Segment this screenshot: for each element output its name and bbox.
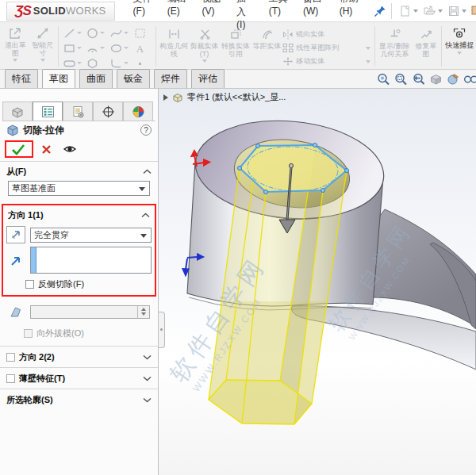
ribbon-separator <box>374 26 375 67</box>
clipped-toolbar-icon[interactable] <box>470 4 476 18</box>
section-direction1[interactable]: 方向 1(1) <box>6 207 152 223</box>
trim-entities-button[interactable]: 剪裁实体(T) <box>190 24 219 69</box>
configuration-manager-icon <box>71 105 86 119</box>
convert-entities-button[interactable]: 转换实体引用 <box>219 24 251 69</box>
section-thin-feature[interactable]: 薄壁特征(T) <box>0 370 158 387</box>
move-entities-dropdown[interactable] <box>366 60 370 63</box>
offset-entities-button[interactable]: 等距实体 <box>252 24 282 69</box>
tab-display-manager[interactable] <box>123 102 153 121</box>
panel-splitter-handle[interactable] <box>159 312 165 348</box>
view-tool-icon[interactable] <box>393 72 409 87</box>
tab-property-manager[interactable] <box>33 102 63 121</box>
exit-sketch-icon <box>8 26 22 40</box>
check-icon <box>11 144 25 155</box>
trim-entities-dropdown[interactable] <box>202 59 207 63</box>
display-delete-relations-button[interactable]: 显示/删除几何关系 <box>377 24 413 69</box>
menu-bar: ƷS SOLIDWORKS 文件(F)编辑(E)视图(V)插入(I)工具(T)窗… <box>0 0 476 22</box>
repair-sketch-button[interactable]: 修复草图 <box>413 24 440 69</box>
direction2-checkbox[interactable] <box>6 353 15 362</box>
direction-arrow-icon <box>6 255 25 266</box>
sketch-tool-button[interactable] <box>84 40 108 56</box>
sketch-tool-button[interactable] <box>107 25 131 40</box>
direction-reference-listbox[interactable] <box>30 247 152 274</box>
quick-snaps-button[interactable]: 快速捕捉 <box>443 24 476 69</box>
linear-pattern-dropdown[interactable] <box>366 47 370 50</box>
section-selected-contours[interactable]: 所选轮廓(S) <box>0 391 158 408</box>
annotation-box-ok-button <box>5 140 33 158</box>
exit-sketch-dropdown[interactable] <box>13 59 17 62</box>
open-document-button[interactable] <box>421 4 444 18</box>
expand-caret-icon[interactable] <box>163 94 168 101</box>
sketch-pattern-group: 镜向实体 线性草图阵列 移动实体 <box>282 24 372 69</box>
quick-snaps-icon <box>452 26 466 40</box>
flyout-feature-tree[interactable]: 零件1 (默认<<默认>_显... <box>163 91 286 103</box>
sketch-tool-button[interactable] <box>60 25 84 40</box>
sketch-tool-button[interactable] <box>84 25 108 40</box>
save-button[interactable] <box>446 4 468 18</box>
move-entities-icon <box>282 56 294 67</box>
tab-configuration-manager[interactable] <box>63 102 93 121</box>
menubar-separator <box>391 3 392 19</box>
sketch-tool-button[interactable] <box>107 40 131 56</box>
linear-pattern-icon <box>282 42 294 54</box>
view-tool-icon[interactable] <box>411 72 427 87</box>
sketch-tool-button[interactable] <box>131 25 155 40</box>
construction-geometry-icon <box>167 27 181 41</box>
construction-geometry-button[interactable]: 构造几何线 <box>158 24 189 69</box>
reverse-direction-icon <box>10 228 22 241</box>
view-tool-icon[interactable] <box>446 72 462 87</box>
thin-feature-checkbox[interactable] <box>6 374 15 383</box>
quick-snaps-dropdown[interactable] <box>457 52 462 55</box>
new-document-button[interactable] <box>397 4 420 18</box>
display-relations-icon <box>388 27 401 41</box>
flip-side-checkbox[interactable] <box>25 280 34 289</box>
ribbon-tab[interactable]: 钣金 <box>117 69 150 88</box>
smart-dimension-dropdown[interactable] <box>40 59 45 62</box>
from-condition-dropdown[interactable]: 草图基准面 <box>8 181 150 196</box>
section-from[interactable]: 从(F) <box>0 163 158 179</box>
ribbon-separator <box>441 26 442 67</box>
chevron-up-icon <box>143 167 152 176</box>
exit-sketch-button[interactable]: 退出草图 <box>2 24 29 69</box>
section-direction2[interactable]: 方向 2(2) <box>0 348 158 366</box>
show-preview-button[interactable] <box>63 144 77 155</box>
view-tool-icon[interactable] <box>376 72 392 87</box>
help-icon[interactable]: ? <box>140 124 152 136</box>
end-condition-dropdown[interactable]: 完全贯穿 <box>30 228 152 243</box>
view-tool-icon[interactable] <box>463 72 476 87</box>
ok-button[interactable] <box>11 144 25 155</box>
graphics-viewport[interactable]: 零件1 (默认<<默认>_显... <box>159 89 476 475</box>
tab-feature-tree[interactable] <box>2 102 33 121</box>
smart-dimension-button[interactable]: 智能尺寸 <box>29 24 57 69</box>
tab-dimxpert[interactable] <box>93 102 123 121</box>
sketch-tool-button[interactable] <box>60 40 84 56</box>
page-title: 切除-拉伸 <box>23 124 64 137</box>
mirror-entities-button[interactable]: 镜向实体 <box>282 28 372 41</box>
draft-outward-checkbox[interactable] <box>24 329 33 338</box>
ribbon-tab[interactable]: 特征 <box>5 69 38 88</box>
draft-angle-stepper[interactable] <box>30 305 150 319</box>
view-tool-icon[interactable] <box>428 72 444 87</box>
heads-up-view-toolbar <box>374 72 476 87</box>
ribbon-tab[interactable]: 焊件 <box>154 69 187 88</box>
draft-icon[interactable] <box>6 303 25 320</box>
cancel-button[interactable] <box>41 144 52 155</box>
linear-sketch-pattern-button[interactable]: 线性草图阵列 <box>282 41 372 55</box>
dimxpert-icon <box>101 105 116 119</box>
ribbon-separator <box>155 26 156 67</box>
reverse-direction-button[interactable] <box>6 226 25 243</box>
annotation-box-direction1: 方向 1(1) 完全贯穿 反侧切除 <box>2 204 156 297</box>
chevron-up-icon <box>141 210 150 220</box>
trim-entities-icon <box>198 27 211 41</box>
ribbon-tab[interactable]: 草图 <box>42 69 75 88</box>
ribbon-tab[interactable]: 评估 <box>191 69 225 88</box>
ribbon-tab[interactable]: 曲面 <box>79 69 113 88</box>
part-icon <box>172 92 184 103</box>
smart-dimension-icon <box>36 26 50 40</box>
tree-item-label: 零件1 (默认<<默认>_显... <box>187 91 286 103</box>
repair-sketch-icon <box>420 27 432 41</box>
move-entities-button[interactable]: 移动实体 <box>282 55 372 68</box>
stepper-arrows[interactable] <box>137 306 149 318</box>
pin-toolbar-icon[interactable] <box>374 5 387 17</box>
sketch-tool-button[interactable]: A <box>131 40 155 56</box>
